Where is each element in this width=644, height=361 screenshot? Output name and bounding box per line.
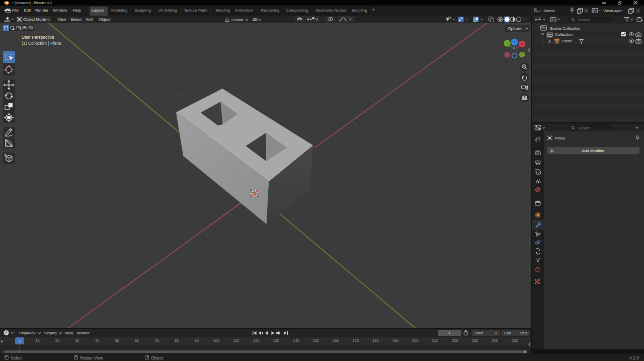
svg-text:Z: Z: [514, 41, 516, 44]
svg-text:Y: Y: [506, 42, 508, 45]
svg-text:X: X: [521, 43, 523, 46]
svg-text:Global: Global: [231, 18, 243, 22]
